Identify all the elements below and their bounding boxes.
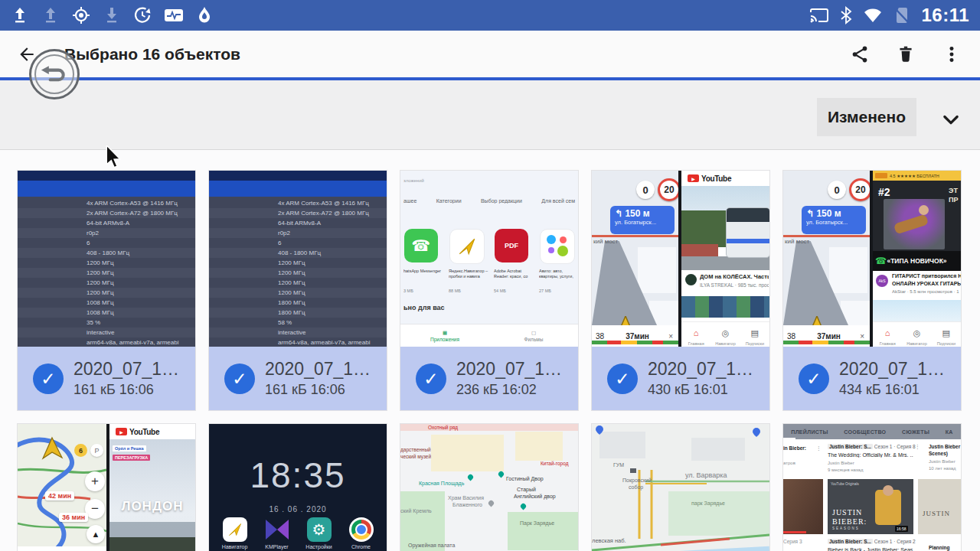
share-icon[interactable]: [850, 44, 870, 64]
file-name: 2020_07_1…: [839, 359, 945, 380]
upload-icon: [11, 6, 29, 24]
wifi-icon: [863, 6, 883, 24]
movies-icon: ▢: [531, 330, 536, 336]
app-bar-actions: [850, 44, 962, 64]
file-tile[interactable]: 0 20 ↰ 150 м ул. Богатырск... кий мост 3…: [591, 170, 770, 411]
youtube-bottom-nav: ⌂Главная ◎Навигатор ▤Подписки: [681, 321, 769, 347]
activity-icon: [164, 6, 184, 24]
file-thumbnail: 0 20 ↰ 150 м ул. Богатырск... кий мост 3…: [592, 171, 769, 347]
file-thumbnail: Охотный ряд дарственный ческий музей Кит…: [400, 424, 578, 551]
youtube-screenshot: ▶YouTube Орёл и Решка ПЕРЕЗАГРУЗКА ЛОНДО…: [109, 424, 195, 551]
file-name: 2020_07_1…: [74, 359, 179, 380]
selection-footer: ✓ 2020_07_1…161 кБ 16:06: [18, 347, 195, 410]
green-phone-icon: ☎: [875, 256, 887, 266]
play-store-screenshot: зложений ашееКатегорииВыбор редакцииДля …: [400, 171, 578, 347]
app-bar: Выбрано 16 объектов: [0, 31, 980, 77]
file-tile[interactable]: ПЛЕЙЛИСТЫСООБЩЕСТВОСЮЖЕТЫКА in Bieber: ⋮…: [782, 423, 962, 551]
cpu-info-screenshot: 4x ARM Cortex-A53 @ 1416 МГц2x ARM Corte…: [209, 171, 387, 347]
navigator-map: 0 20 ↰ 150 м ул. Богатырск... кий мост 3…: [592, 171, 678, 347]
file-grid: 4x ARM Cortex-A53 @ 1416 МГц2x ARM Corte…: [17, 170, 962, 551]
selected-check-icon[interactable]: ✓: [607, 364, 638, 394]
return-arrow-icon: [41, 64, 68, 84]
bluetooth-icon: [840, 6, 852, 24]
file-tile[interactable]: 6 P + − ▲ 42 мин 36 мин ▶YouTube: [17, 423, 196, 551]
file-tile[interactable]: ГУМ Покровский собор ул. Варварка парк З…: [591, 423, 770, 551]
yandex-map-screenshot: ГУМ Покровский собор ул. Варварка парк З…: [592, 424, 769, 551]
channel-avatar: AkS: [876, 275, 888, 287]
data-usage-icon: [133, 6, 152, 24]
status-right-icons: 16:11: [809, 5, 969, 26]
file-tile[interactable]: 4x ARM Cortex-A53 @ 1416 МГц2x ARM Corte…: [17, 170, 196, 411]
youtube-logo-icon: ▶: [116, 428, 127, 435]
upload-dim-icon: [41, 6, 60, 24]
cpu-info-screenshot: 4x ARM Cortex-A53 @ 1416 МГц2x ARM Corte…: [18, 171, 195, 347]
apps-grid-icon: ▦: [443, 330, 447, 336]
whatsapp-icon: ☎: [404, 229, 438, 262]
file-tile[interactable]: 18:35 16 . 06 . 2020 Навигатор KMPlayer …: [208, 423, 387, 551]
navigator-map: 0 20 ↰ 150 м ул. Богатырск... кий мост 3…: [783, 171, 870, 347]
map-pin-icon: [596, 425, 603, 435]
home-icon: ⌂: [681, 325, 710, 337]
youtube-channel-screenshot: ПЛЕЙЛИСТЫСООБЩЕСТВОСЮЖЕТЫКА in Bieber: ⋮…: [783, 424, 961, 551]
launcher-screenshot: 18:35 16 . 06 . 2020 Навигатор KMPlayer …: [209, 424, 387, 551]
store-bottom-nav: ▦Приложения ▢Фильмы: [400, 324, 578, 347]
youtube-bottom-nav: ⌂Главная ◎Навигатор ▤Подписки: [873, 321, 961, 347]
android-screen: 16:11 Выбрано 16 объектов Изменено 4x AR…: [0, 0, 980, 551]
flame-icon: [196, 6, 213, 24]
yandex-navigator-icon: [449, 229, 485, 264]
route-map: 6 P + − ▲ 42 мин 36 мин: [18, 424, 106, 551]
youtube-logo-icon: ▶: [688, 174, 699, 182]
file-thumbnail: 0 20 ↰ 150 м ул. Богатырск... кий мост 3…: [783, 171, 961, 347]
selected-check-icon[interactable]: ✓: [224, 364, 255, 394]
file-thumbnail: 6 P + − ▲ 42 мин 36 мин ▶YouTube: [18, 424, 195, 551]
file-meta: 236 кБ 16:02: [456, 382, 562, 398]
selected-check-icon[interactable]: ✓: [33, 364, 64, 394]
file-meta: 430 кБ 16:01: [648, 382, 753, 398]
file-meta: 161 кБ 16:06: [74, 382, 179, 398]
map-pin-icon: [753, 428, 760, 437]
delete-icon[interactable]: [896, 44, 916, 64]
file-meta: 434 кБ 16:01: [839, 382, 945, 398]
subscriptions-icon: ▤: [740, 325, 769, 337]
selection-footer: ✓ 2020_07_1…236 кБ 16:02: [400, 347, 578, 410]
file-thumbnail: 4x ARM Cortex-A53 @ 1416 МГц2x ARM Corte…: [209, 171, 387, 347]
google-map-screenshot: Охотный ряд дарственный ческий музей Кит…: [400, 424, 578, 551]
location-icon: [72, 6, 90, 24]
building-icon: [630, 468, 636, 473]
yandex-navigator-icon: [223, 517, 247, 542]
turn-instruction: ↰ 150 м ул. Богатырск...: [610, 206, 675, 234]
file-thumbnail: 4x ARM Cortex-A53 @ 1416 МГц2x ARM Corte…: [18, 171, 195, 347]
selection-footer: ✓ 2020_07_1…434 кБ 16:01: [783, 347, 961, 410]
subscriptions-icon: ▤: [932, 325, 961, 337]
file-name: 2020_07_1…: [456, 359, 562, 380]
clock: 16:11: [921, 5, 969, 26]
selected-check-icon[interactable]: ✓: [799, 364, 829, 394]
file-thumbnail: 18:35 16 . 06 . 2020 Навигатор KMPlayer …: [209, 424, 387, 551]
chrome-icon: [349, 517, 374, 542]
file-tile[interactable]: 4x ARM Cortex-A53 @ 1416 МГц2x ARM Corte…: [208, 170, 387, 411]
navigator-tab-icon: ◎: [902, 325, 931, 337]
selected-check-icon[interactable]: ✓: [416, 364, 446, 394]
settings-gear-icon: ⚙: [307, 517, 332, 542]
download-dim-icon: [103, 6, 121, 24]
overflow-menu-icon[interactable]: [942, 44, 962, 64]
turn-instruction: ↰ 150 м ул. Богатырск...: [802, 206, 866, 234]
navigator-tab-icon: ◎: [710, 325, 740, 337]
chevron-down-icon[interactable]: [940, 109, 962, 130]
file-tile[interactable]: 0 20 ↰ 150 м ул. Богатырск... кий мост 3…: [782, 170, 962, 411]
home-icon: ⌂: [873, 325, 902, 337]
file-thumbnail: ПЛЕЙЛИСТЫСООБЩЕСТВОСЮЖЕТЫКА in Bieber: ⋮…: [783, 424, 961, 551]
zoom-in-button: +: [85, 471, 105, 491]
file-name: 2020_07_1…: [265, 359, 371, 380]
file-meta: 161 кБ 16:06: [265, 382, 371, 398]
youtube-screenshot: 4.5 ★★★★★ БЕСПЛАТН #2 ЭТ ПР ☎ «ТИПА НОВИ…: [873, 171, 961, 347]
sort-field-button[interactable]: Изменено: [817, 98, 916, 136]
selection-footer: ✓ 2020_07_1…430 кБ 16:01: [592, 347, 769, 410]
floating-back-button[interactable]: [29, 49, 80, 99]
file-tile[interactable]: Охотный ряд дарственный ческий музей Кит…: [400, 423, 579, 551]
youtube-screenshot: ▶YouTube ДОМ на КОЛЁСАХ. Часть 1 ILYA ST…: [681, 171, 769, 347]
guitar-video-photo: [884, 199, 945, 249]
selection-count-title: Выбрано 16 объектов: [64, 45, 240, 64]
kmplayer-icon: [265, 517, 289, 542]
file-tile[interactable]: зложений ашееКатегорииВыбор редакцииДля …: [400, 170, 579, 411]
